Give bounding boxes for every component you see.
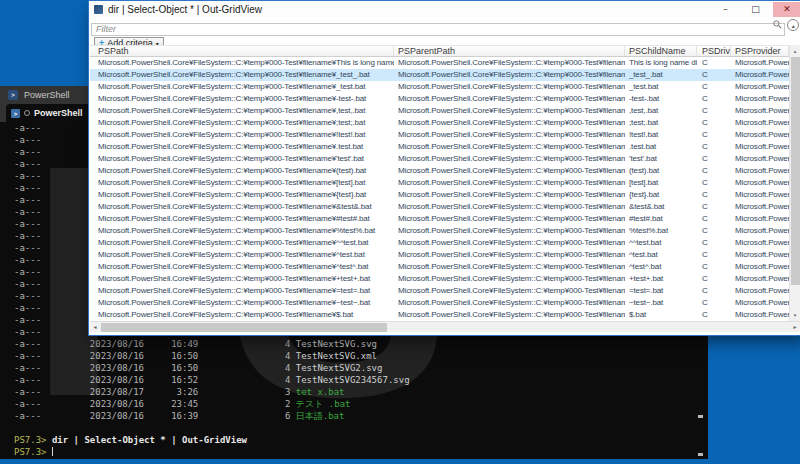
filter-bar: ▴ bbox=[89, 17, 800, 32]
table-row[interactable]: Microsoft.PowerShell.Core¥FileSystem::C:… bbox=[90, 57, 789, 69]
vertical-scrollbar[interactable]: ▴ ▾ bbox=[789, 45, 800, 321]
table-row[interactable]: Microsoft.PowerShell.Core¥FileSystem::C:… bbox=[90, 105, 789, 117]
scroll-left-icon[interactable]: ◂ bbox=[90, 322, 100, 332]
cell-c5: Microsoft.PowerS bbox=[731, 297, 789, 309]
table-row[interactable]: Microsoft.PowerShell.Core¥FileSystem::C:… bbox=[90, 309, 789, 321]
cell-c2: Microsoft.PowerShell.Core¥FileSystem::C:… bbox=[394, 249, 625, 261]
cell-c1: Microsoft.PowerShell.Core¥FileSystem::C:… bbox=[90, 57, 394, 69]
terminal-text: -a--- bbox=[14, 123, 41, 133]
cell-c1: Microsoft.PowerShell.Core¥FileSystem::C:… bbox=[90, 69, 394, 81]
grid-body: Microsoft.PowerShell.Core¥FileSystem::C:… bbox=[90, 57, 789, 321]
cell-c3: ^test.bat bbox=[625, 249, 697, 261]
close-button[interactable]: ✕ bbox=[773, 2, 800, 17]
prompt-label: PS7.3> bbox=[14, 447, 52, 457]
prompt-label: PS7.3> bbox=[14, 435, 52, 445]
terminal-line: -a--- 2023/08/16 16:39 6 日本語.bat bbox=[14, 410, 410, 422]
terminal-text: -a--- bbox=[14, 303, 41, 313]
cell-c5: Microsoft.PowerS bbox=[731, 309, 789, 321]
collapse-criteria-button[interactable]: ▴ bbox=[787, 19, 799, 31]
cell-c2: Microsoft.PowerShell.Core¥FileSystem::C:… bbox=[394, 141, 625, 153]
table-row[interactable]: Microsoft.PowerShell.Core¥FileSystem::C:… bbox=[90, 273, 789, 285]
scroll-right-icon[interactable]: ▸ bbox=[790, 322, 800, 332]
table-row[interactable]: Microsoft.PowerShell.Core¥FileSystem::C:… bbox=[90, 129, 789, 141]
table-row[interactable]: Microsoft.PowerShell.Core¥FileSystem::C:… bbox=[90, 165, 789, 177]
terminal-text: -a--- 2023/08/16 16:49 4 bbox=[14, 339, 296, 349]
gridview-title: dir | Select-Object * | Out-GridView bbox=[108, 4, 708, 15]
horizontal-scrollbar-thumb[interactable] bbox=[101, 323, 387, 332]
cell-c1: Microsoft.PowerShell.Core¥FileSystem::C:… bbox=[90, 309, 394, 321]
terminal-text: -a--- 2023/08/17 3:26 3 bbox=[14, 387, 296, 397]
cell-c4: C bbox=[697, 309, 731, 321]
cell-c1: Microsoft.PowerShell.Core¥FileSystem::C:… bbox=[90, 213, 394, 225]
cell-c1: Microsoft.PowerShell.Core¥FileSystem::C:… bbox=[90, 285, 394, 297]
powershell-tab-icon: > bbox=[11, 109, 20, 118]
scroll-down-icon[interactable]: ▾ bbox=[790, 310, 800, 320]
terminal-line: -a--- 2023/08/16 16:49 4 TestNextSVG.svg bbox=[14, 338, 410, 350]
column-header-psparentpath[interactable]: PSParentPath bbox=[394, 46, 625, 56]
terminal-line: -a--- 2023/08/16 23:45 2 テスト .bat bbox=[14, 398, 410, 410]
cell-c3: This is long name dir bbox=[625, 57, 697, 69]
scroll-up-icon[interactable]: ▴ bbox=[790, 46, 800, 56]
cell-c4: C bbox=[697, 249, 731, 261]
file-name: tet x.bat bbox=[296, 387, 345, 397]
cell-c4: C bbox=[697, 81, 731, 93]
minimize-button[interactable]: – bbox=[713, 2, 738, 17]
column-header-psdrive[interactable]: PSDrive bbox=[697, 46, 731, 56]
column-header-pschildname[interactable]: PSChildName bbox=[625, 46, 697, 56]
cell-c1: Microsoft.PowerShell.Core¥FileSystem::C:… bbox=[90, 201, 394, 213]
table-row[interactable]: Microsoft.PowerShell.Core¥FileSystem::C:… bbox=[90, 201, 789, 213]
cell-c3: [test].bat bbox=[625, 177, 697, 189]
cell-c4: C bbox=[697, 189, 731, 201]
terminal-text: -a--- bbox=[14, 255, 41, 265]
cell-c1: Microsoft.PowerShell.Core¥FileSystem::C:… bbox=[90, 117, 394, 129]
cell-c3: ;test;.bat bbox=[625, 117, 697, 129]
cell-c3: =test=.bat bbox=[625, 285, 697, 297]
cell-c1: Microsoft.PowerShell.Core¥FileSystem::C:… bbox=[90, 273, 394, 285]
cell-c4: C bbox=[697, 165, 731, 177]
table-row[interactable]: Microsoft.PowerShell.Core¥FileSystem::C:… bbox=[90, 225, 789, 237]
cell-c5: Microsoft.PowerS bbox=[731, 117, 789, 129]
cell-c4: C bbox=[697, 261, 731, 273]
filter-input[interactable] bbox=[91, 23, 785, 36]
cell-c2: Microsoft.PowerShell.Core¥FileSystem::C:… bbox=[394, 297, 625, 309]
cell-c4: C bbox=[697, 105, 731, 117]
cell-c2: Microsoft.PowerShell.Core¥FileSystem::C:… bbox=[394, 153, 625, 165]
cell-c2: Microsoft.PowerShell.Core¥FileSystem::C:… bbox=[394, 117, 625, 129]
column-header-pspath[interactable]: PSPath bbox=[90, 46, 394, 56]
table-row[interactable]: Microsoft.PowerShell.Core¥FileSystem::C:… bbox=[90, 81, 789, 93]
cell-c3: -test-.bat bbox=[625, 93, 697, 105]
gridview-titlebar[interactable]: dir | Select-Object * | Out-GridView – □… bbox=[89, 1, 800, 17]
table-row[interactable]: Microsoft.PowerShell.Core¥FileSystem::C:… bbox=[90, 261, 789, 273]
table-row[interactable]: Microsoft.PowerShell.Core¥FileSystem::C:… bbox=[90, 93, 789, 105]
terminal-text: -a--- bbox=[14, 135, 41, 145]
table-row[interactable]: Microsoft.PowerShell.Core¥FileSystem::C:… bbox=[90, 177, 789, 189]
table-row[interactable]: Microsoft.PowerShell.Core¥FileSystem::C:… bbox=[90, 297, 789, 309]
table-row[interactable]: Microsoft.PowerShell.Core¥FileSystem::C:… bbox=[90, 237, 789, 249]
maximize-button[interactable]: □ bbox=[743, 2, 768, 17]
table-row[interactable]: Microsoft.PowerShell.Core¥FileSystem::C:… bbox=[90, 189, 789, 201]
table-row[interactable]: Microsoft.PowerShell.Core¥FileSystem::C:… bbox=[90, 153, 789, 165]
cell-c2: Microsoft.PowerShell.Core¥FileSystem::C:… bbox=[394, 213, 625, 225]
table-row[interactable]: Microsoft.PowerShell.Core¥FileSystem::C:… bbox=[90, 117, 789, 129]
table-row[interactable]: Microsoft.PowerShell.Core¥FileSystem::C:… bbox=[90, 69, 789, 81]
table-row[interactable]: Microsoft.PowerShell.Core¥FileSystem::C:… bbox=[90, 249, 789, 261]
cell-c1: Microsoft.PowerShell.Core¥FileSystem::C:… bbox=[90, 141, 394, 153]
cell-c3: (test).bat bbox=[625, 165, 697, 177]
cell-c2: Microsoft.PowerShell.Core¥FileSystem::C:… bbox=[394, 69, 625, 81]
vertical-scrollbar-thumb[interactable] bbox=[791, 57, 800, 285]
cell-c2: Microsoft.PowerShell.Core¥FileSystem::C:… bbox=[394, 309, 625, 321]
terminal-line: -a--- 2023/08/17 3:26 3 tet x.bat bbox=[14, 386, 410, 398]
cell-c1: Microsoft.PowerShell.Core¥FileSystem::C:… bbox=[90, 93, 394, 105]
cell-c2: Microsoft.PowerShell.Core¥FileSystem::C:… bbox=[394, 189, 625, 201]
horizontal-scrollbar[interactable]: ◂ ▸ bbox=[90, 321, 800, 332]
cell-c4: C bbox=[697, 57, 731, 69]
table-row[interactable]: Microsoft.PowerShell.Core¥FileSystem::C:… bbox=[90, 141, 789, 153]
table-row[interactable]: Microsoft.PowerShell.Core¥FileSystem::C:… bbox=[90, 213, 789, 225]
cell-c2: Microsoft.PowerShell.Core¥FileSystem::C:… bbox=[394, 261, 625, 273]
terminal-line: -a--- 2023/08/16 16:50 4 TestNextSVG2.sv… bbox=[14, 362, 410, 374]
table-row[interactable]: Microsoft.PowerShell.Core¥FileSystem::C:… bbox=[90, 285, 789, 297]
cell-c2: Microsoft.PowerShell.Core¥FileSystem::C:… bbox=[394, 57, 625, 69]
column-header-psprovider[interactable]: PSProvider bbox=[731, 46, 789, 56]
cell-c2: Microsoft.PowerShell.Core¥FileSystem::C:… bbox=[394, 273, 625, 285]
cell-c2: Microsoft.PowerShell.Core¥FileSystem::C:… bbox=[394, 285, 625, 297]
